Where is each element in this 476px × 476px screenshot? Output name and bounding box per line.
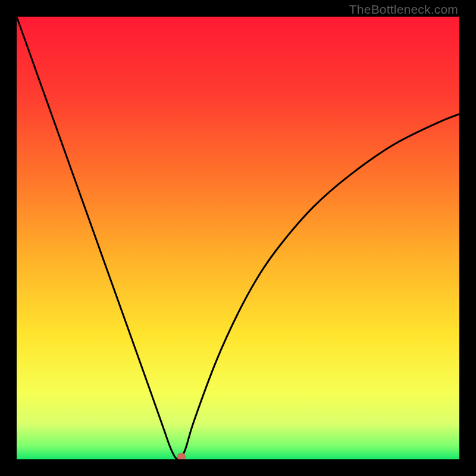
chart-container: TheBottleneck.com — [0, 0, 476, 476]
bottleneck-curve-path — [17, 17, 459, 459]
attribution-text: TheBottleneck.com — [349, 2, 458, 17]
plot-area — [17, 17, 459, 459]
curve-layer — [17, 17, 459, 459]
minimum-marker — [177, 453, 186, 459]
